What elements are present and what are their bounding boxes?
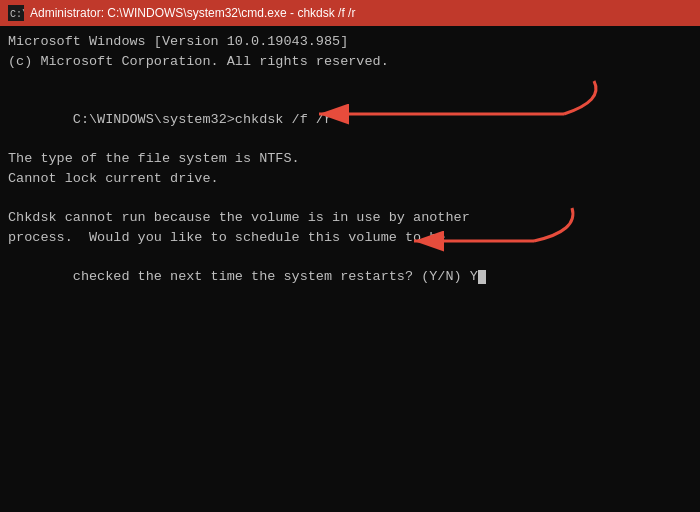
cursor	[478, 270, 486, 284]
prompt-text: checked the next time the system restart…	[73, 269, 478, 284]
cmd-window: C:\ Administrator: C:\WINDOWS\system32\c…	[0, 0, 700, 512]
terminal-output: Microsoft Windows [Version 10.0.19043.98…	[8, 32, 692, 306]
terminal-line-prompt: checked the next time the system restart…	[8, 247, 692, 306]
cmd-icon: C:\	[8, 5, 24, 21]
terminal-line-command: C:\WINDOWS\system32>chkdsk /f /r	[8, 91, 692, 150]
terminal-body[interactable]: Microsoft Windows [Version 10.0.19043.98…	[0, 26, 700, 512]
terminal-line-blank-2	[8, 189, 692, 209]
terminal-line-blank-1	[8, 71, 692, 91]
terminal-line-6: Cannot lock current drive.	[8, 169, 692, 189]
terminal-line-9: process. Would you like to schedule this…	[8, 228, 692, 248]
title-bar: C:\ Administrator: C:\WINDOWS\system32\c…	[0, 0, 700, 26]
svg-text:C:\: C:\	[10, 9, 24, 20]
terminal-line-1: Microsoft Windows [Version 10.0.19043.98…	[8, 32, 692, 52]
terminal-line-8: Chkdsk cannot run because the volume is …	[8, 208, 692, 228]
terminal-line-5: The type of the file system is NTFS.	[8, 149, 692, 169]
title-bar-text: Administrator: C:\WINDOWS\system32\cmd.e…	[30, 6, 692, 20]
terminal-line-2: (c) Microsoft Corporation. All rights re…	[8, 52, 692, 72]
